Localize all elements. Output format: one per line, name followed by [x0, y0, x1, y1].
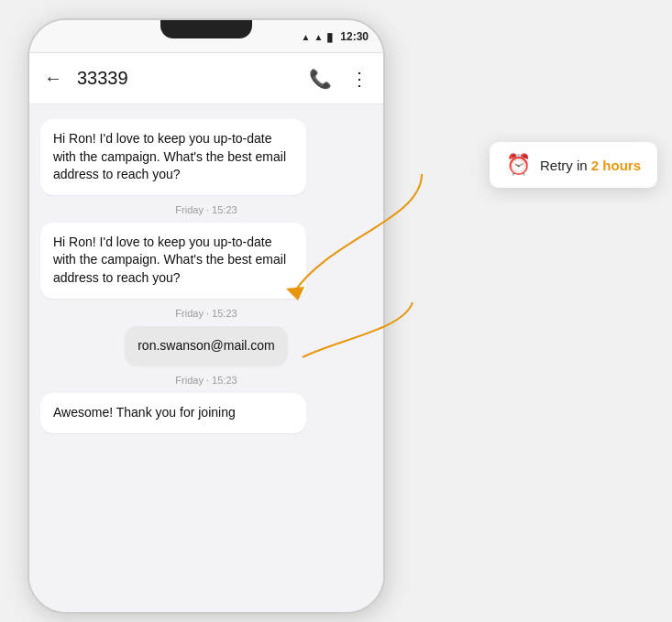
- curved-arrow-2: [248, 284, 449, 376]
- timestamp: Friday · 15:23: [40, 375, 372, 386]
- contact-number: 33339: [77, 68, 298, 89]
- signal-icon: [314, 31, 323, 42]
- clock-icon: ⏰: [506, 153, 531, 177]
- scene: 12:30 ← 33339 📞 ⋮ Hi Ron! I'd love to ke…: [0, 0, 672, 622]
- header-icons: 📞 ⋮: [309, 68, 369, 90]
- notch: [160, 20, 252, 38]
- phone-top-bar: 12:30: [29, 20, 383, 53]
- message-text: Awesome! Thank you for joining: [53, 405, 236, 420]
- call-icon[interactable]: 📞: [309, 68, 332, 90]
- retry-highlight: 2 hours: [591, 158, 641, 173]
- more-options-icon[interactable]: ⋮: [350, 68, 369, 90]
- app-header: ← 33339 📞 ⋮: [29, 53, 383, 104]
- wifi-icon: [301, 31, 310, 42]
- retry-callout: ⏰ Retry in 2 hours: [490, 142, 657, 188]
- retry-text: Retry in 2 hours: [540, 158, 641, 173]
- back-button[interactable]: ←: [44, 68, 62, 89]
- list-item: Awesome! Thank you for joining: [40, 393, 306, 433]
- status-bar: 12:30: [301, 20, 369, 53]
- battery-icon: [326, 30, 333, 44]
- status-time: 12:30: [340, 30, 369, 43]
